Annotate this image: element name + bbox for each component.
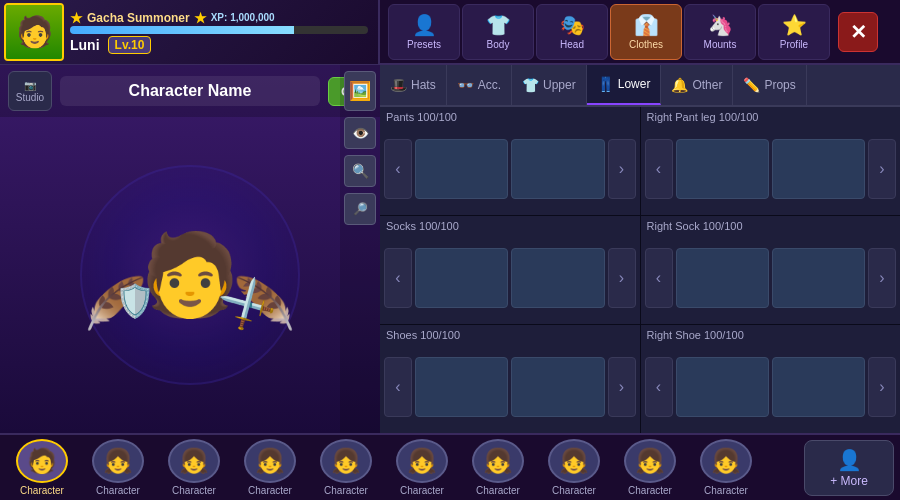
shoes-slot: Shoes 100/100 ‹ › — [380, 325, 640, 433]
character-label-8: Character — [552, 485, 596, 496]
header: 🧑 ★ Gacha Summoner ★ XP: 1,000,000 Luni … — [0, 0, 900, 65]
zoom-in-button[interactable]: 🔍 — [344, 155, 376, 187]
sub-tab-acc[interactable]: 👓 Acc. — [447, 65, 512, 105]
image-tool-button[interactable]: 🖼️ — [344, 71, 376, 111]
character-slot-5[interactable]: 👧 Character — [310, 439, 382, 496]
title-label: Gacha Summoner — [87, 11, 190, 25]
profile-icon: ⭐ — [782, 13, 807, 37]
socks-next-button[interactable]: › — [608, 248, 636, 308]
sub-tab-props[interactable]: ✏️ Props — [733, 65, 806, 105]
character-name: Luni — [70, 37, 100, 53]
shoes-next-button[interactable]: › — [608, 357, 636, 417]
character-info: 🧑 ★ Gacha Summoner ★ XP: 1,000,000 Luni … — [0, 0, 380, 64]
right-pant-prev-button[interactable]: ‹ — [645, 139, 673, 199]
mounts-label: Mounts — [704, 39, 737, 50]
character-label-5: Character — [324, 485, 368, 496]
profile-label: Profile — [780, 39, 808, 50]
right-shoe-label: Right Shoe 100/100 — [645, 329, 897, 341]
clothes-label: Clothes — [629, 39, 663, 50]
character-name-display[interactable]: Character Name — [60, 76, 320, 106]
right-shoe-slot: Right Shoe 100/100 ‹ › — [641, 325, 901, 433]
socks-slot: Socks 100/100 ‹ › — [380, 216, 640, 324]
head-label: Head — [560, 39, 584, 50]
right-pant-next-button[interactable]: › — [868, 139, 896, 199]
character-slot-1[interactable]: 🧑 Character — [6, 439, 78, 496]
pants-box-2 — [511, 139, 604, 199]
right-sock-next-button[interactable]: › — [868, 248, 896, 308]
left-panel: 📷 Studio Character Name On 🪶 🪶 🧑 ⚔️ 🛡️ — [0, 65, 380, 433]
character-label-2: Character — [96, 485, 140, 496]
tab-clothes[interactable]: 👔 Clothes — [610, 4, 682, 60]
sub-tab-upper[interactable]: 👕 Upper — [512, 65, 587, 105]
props-icon: ✏️ — [743, 77, 760, 93]
character-avatar-5: 👧 — [320, 439, 372, 483]
right-panel: 🎩 Hats 👓 Acc. 👕 Upper 👖 Lower 🔔 Other ✏️… — [380, 65, 900, 433]
eye-tool-button[interactable]: 👁️ — [344, 117, 376, 149]
star-icon-right: ★ — [194, 10, 207, 26]
character-avatar-3: 👧 — [168, 439, 220, 483]
character-figure: 🪶 🪶 🧑 ⚔️ 🛡️ — [140, 235, 240, 315]
character-avatar-9: 👧 — [624, 439, 676, 483]
right-sock-box-1 — [676, 248, 769, 308]
character-slot-4[interactable]: 👧 Character — [234, 439, 306, 496]
right-pant-leg-slot: Right Pant leg 100/100 ‹ › — [641, 107, 901, 215]
character-slot-3[interactable]: 👧 Character — [158, 439, 230, 496]
character-label-1: Character — [20, 485, 64, 496]
shoes-prev-button[interactable]: ‹ — [384, 357, 412, 417]
character-slot-6[interactable]: 👧 Character — [386, 439, 458, 496]
right-sock-prev-button[interactable]: ‹ — [645, 248, 673, 308]
head-icon: 🎭 — [560, 13, 585, 37]
presets-icon: 👤 — [412, 13, 437, 37]
sub-tab-other[interactable]: 🔔 Other — [661, 65, 733, 105]
character-avatar-2: 👧 — [92, 439, 144, 483]
tab-mounts[interactable]: 🦄 Mounts — [684, 4, 756, 60]
tab-head[interactable]: 🎭 Head — [536, 4, 608, 60]
socks-box-1 — [415, 248, 508, 308]
tab-body[interactable]: 👕 Body — [462, 4, 534, 60]
body-label: Body — [487, 39, 510, 50]
socks-label: Socks 100/100 — [384, 220, 636, 232]
close-button[interactable]: ✕ — [838, 12, 878, 52]
upper-icon: 👕 — [522, 77, 539, 93]
character-label-6: Character — [400, 485, 444, 496]
more-icon: 👤 — [837, 448, 862, 472]
tab-presets[interactable]: 👤 Presets — [388, 4, 460, 60]
right-shoe-next-button[interactable]: › — [868, 357, 896, 417]
xp-fill — [70, 26, 294, 34]
right-pant-leg-label: Right Pant leg 100/100 — [645, 111, 897, 123]
avatar: 🧑 — [4, 3, 64, 61]
studio-button[interactable]: 📷 Studio — [8, 71, 52, 111]
body-icon: 👕 — [486, 13, 511, 37]
right-toolbar: 🖼️ 👁️ 🔍 🔎 — [340, 65, 380, 433]
nav-tabs: 👤 Presets 👕 Body 🎭 Head 👔 Clothes 🦄 Moun… — [380, 0, 900, 64]
character-label-4: Character — [248, 485, 292, 496]
zoom-out-icon: 🔎 — [353, 202, 368, 216]
character-label-10: Character — [704, 485, 748, 496]
right-shoe-prev-button[interactable]: ‹ — [645, 357, 673, 417]
character-label-3: Character — [172, 485, 216, 496]
pants-prev-button[interactable]: ‹ — [384, 139, 412, 199]
character-avatar-6: 👧 — [396, 439, 448, 483]
xp-text: XP: 1,000,000 — [211, 12, 275, 23]
pants-next-button[interactable]: › — [608, 139, 636, 199]
character-slot-10[interactable]: 👧 Character — [690, 439, 762, 496]
sub-tab-hats[interactable]: 🎩 Hats — [380, 65, 447, 105]
pants-label: Pants 100/100 — [384, 111, 636, 123]
socks-prev-button[interactable]: ‹ — [384, 248, 412, 308]
more-button[interactable]: 👤 + More — [804, 440, 894, 496]
other-icon: 🔔 — [671, 77, 688, 93]
character-slot-7[interactable]: 👧 Character — [462, 439, 534, 496]
sub-tab-lower[interactable]: 👖 Lower — [587, 65, 662, 105]
zoom-out-button[interactable]: 🔎 — [344, 193, 376, 225]
tab-profile[interactable]: ⭐ Profile — [758, 4, 830, 60]
character-slot-8[interactable]: 👧 Character — [538, 439, 610, 496]
studio-bar: 📷 Studio Character Name On — [0, 65, 380, 117]
character-slot-2[interactable]: 👧 Character — [82, 439, 154, 496]
equipment-area: Pants 100/100 ‹ › Right Pant leg 100/100… — [380, 107, 900, 433]
character-avatar-7: 👧 — [472, 439, 524, 483]
character-viewport: 🪶 🪶 🧑 ⚔️ 🛡️ — [0, 117, 380, 433]
character-slot-9[interactable]: 👧 Character — [614, 439, 686, 496]
shoes-box-2 — [511, 357, 604, 417]
studio-label: Studio — [16, 92, 44, 103]
socks-box-2 — [511, 248, 604, 308]
